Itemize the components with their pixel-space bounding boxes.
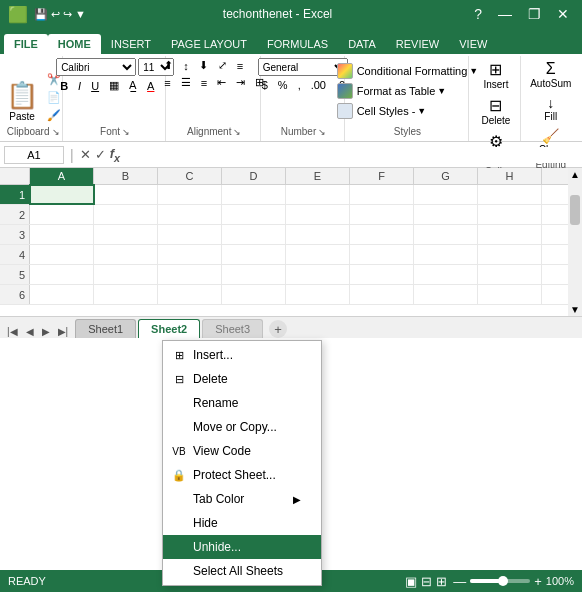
- zoom-thumb[interactable]: [498, 576, 508, 586]
- cell-f5[interactable]: [350, 265, 414, 284]
- cell-c1[interactable]: [158, 185, 222, 204]
- indent-increase-button[interactable]: ⇥: [232, 75, 249, 90]
- ctx-item-insert[interactable]: ⊞ Insert...: [163, 343, 321, 367]
- format-as-table-button[interactable]: Format as Table ▼: [334, 82, 450, 100]
- bold-button[interactable]: B: [56, 79, 72, 93]
- cell-a2[interactable]: [30, 205, 94, 224]
- cell-g1[interactable]: [414, 185, 478, 204]
- fill-color-button[interactable]: A̲: [125, 78, 141, 93]
- ctx-item-hide[interactable]: Hide: [163, 511, 321, 535]
- cell-h6[interactable]: [478, 285, 542, 304]
- cell-f4[interactable]: [350, 245, 414, 264]
- cell-d6[interactable]: [222, 285, 286, 304]
- scrollbar-thumb[interactable]: [570, 195, 580, 225]
- confirm-formula-icon[interactable]: ✓: [95, 147, 106, 162]
- ctx-item-view-code[interactable]: VB View Code: [163, 439, 321, 463]
- col-header-f[interactable]: F: [350, 168, 414, 184]
- cell-a1[interactable]: [30, 185, 94, 204]
- formula-input[interactable]: [124, 147, 578, 163]
- cell-g6[interactable]: [414, 285, 478, 304]
- autosum-button[interactable]: Σ AutoSum: [522, 58, 579, 91]
- cell-reference-input[interactable]: [4, 146, 64, 164]
- add-sheet-button[interactable]: +: [269, 320, 287, 338]
- cell-e3[interactable]: [286, 225, 350, 244]
- tab-home[interactable]: HOME: [48, 34, 101, 54]
- align-left-button[interactable]: ≡: [160, 76, 174, 90]
- align-center-button[interactable]: ☰: [177, 75, 195, 90]
- cell-c5[interactable]: [158, 265, 222, 284]
- cell-d2[interactable]: [222, 205, 286, 224]
- zoom-slider[interactable]: [470, 579, 530, 583]
- ctx-item-protect-sheet[interactable]: 🔒 Protect Sheet...: [163, 463, 321, 487]
- ctx-item-unhide[interactable]: Unhide...: [163, 535, 321, 559]
- col-header-h[interactable]: H: [478, 168, 542, 184]
- help-btn[interactable]: ?: [469, 4, 487, 24]
- sheet-tab-sheet2[interactable]: Sheet2: [138, 319, 200, 338]
- customize-quick-btn[interactable]: ▼: [75, 8, 86, 20]
- zoom-out-btn[interactable]: —: [453, 574, 466, 589]
- conditional-formatting-button[interactable]: Conditional Formatting ▼: [334, 62, 482, 80]
- cell-g2[interactable]: [414, 205, 478, 224]
- cell-g3[interactable]: [414, 225, 478, 244]
- cell-b1[interactable]: [94, 185, 158, 204]
- redo-quick-btn[interactable]: ↪: [63, 8, 72, 21]
- cell-a4[interactable]: [30, 245, 94, 264]
- font-family-select[interactable]: Calibri: [56, 58, 136, 76]
- cell-h2[interactable]: [478, 205, 542, 224]
- tab-insert[interactable]: INSERT: [101, 34, 161, 54]
- cell-e6[interactable]: [286, 285, 350, 304]
- alignment-expand-icon[interactable]: ↘: [233, 127, 241, 137]
- italic-button[interactable]: I: [74, 79, 85, 93]
- save-quick-btn[interactable]: 💾: [34, 8, 48, 21]
- vertical-scrollbar[interactable]: ▲ ▼: [568, 168, 582, 316]
- cancel-formula-icon[interactable]: ✕: [80, 147, 91, 162]
- sheet-nav-last[interactable]: ▶|: [55, 325, 72, 338]
- cell-d1[interactable]: [222, 185, 286, 204]
- col-header-g[interactable]: G: [414, 168, 478, 184]
- currency-button[interactable]: $: [258, 78, 272, 92]
- page-layout-view-btn[interactable]: ⊟: [421, 574, 432, 589]
- cell-e4[interactable]: [286, 245, 350, 264]
- restore-btn[interactable]: ❐: [523, 4, 546, 24]
- decimal-increase-button[interactable]: .00: [307, 78, 330, 92]
- zoom-in-btn[interactable]: +: [534, 574, 542, 589]
- cell-g5[interactable]: [414, 265, 478, 284]
- font-color-button[interactable]: A: [143, 79, 158, 93]
- fill-button[interactable]: ↓ Fill: [533, 93, 569, 124]
- tab-view[interactable]: VIEW: [449, 34, 497, 54]
- cell-e5[interactable]: [286, 265, 350, 284]
- cell-c4[interactable]: [158, 245, 222, 264]
- align-right-button[interactable]: ≡: [197, 76, 211, 90]
- cell-c6[interactable]: [158, 285, 222, 304]
- ctx-item-tab-color[interactable]: Tab Color ▶: [163, 487, 321, 511]
- percent-button[interactable]: %: [274, 78, 292, 92]
- cell-a3[interactable]: [30, 225, 94, 244]
- sheet-nav-prev[interactable]: ◀: [23, 325, 37, 338]
- cell-f2[interactable]: [350, 205, 414, 224]
- number-expand-icon[interactable]: ↘: [318, 127, 326, 137]
- cell-h1[interactable]: [478, 185, 542, 204]
- cell-h4[interactable]: [478, 245, 542, 264]
- align-bottom-button[interactable]: ⬇: [195, 58, 212, 73]
- sheet-nav-next[interactable]: ▶: [39, 325, 53, 338]
- text-angle-button[interactable]: ⤢: [214, 58, 231, 73]
- cell-e2[interactable]: [286, 205, 350, 224]
- cell-a6[interactable]: [30, 285, 94, 304]
- align-middle-button[interactable]: ↕: [179, 59, 193, 73]
- page-break-view-btn[interactable]: ⊞: [436, 574, 447, 589]
- cell-c2[interactable]: [158, 205, 222, 224]
- close-btn[interactable]: ✕: [552, 4, 574, 24]
- ctx-item-rename[interactable]: Rename: [163, 391, 321, 415]
- cell-d3[interactable]: [222, 225, 286, 244]
- cell-e1[interactable]: [286, 185, 350, 204]
- col-header-e[interactable]: E: [286, 168, 350, 184]
- col-header-d[interactable]: D: [222, 168, 286, 184]
- tab-page-layout[interactable]: PAGE LAYOUT: [161, 34, 257, 54]
- ctx-item-move-copy[interactable]: Move or Copy...: [163, 415, 321, 439]
- align-top-button[interactable]: ⬆: [160, 58, 177, 73]
- cell-a5[interactable]: [30, 265, 94, 284]
- cell-h3[interactable]: [478, 225, 542, 244]
- cell-d5[interactable]: [222, 265, 286, 284]
- minimize-btn[interactable]: —: [493, 4, 517, 24]
- delete-cells-button[interactable]: ⊟ Delete: [473, 94, 518, 128]
